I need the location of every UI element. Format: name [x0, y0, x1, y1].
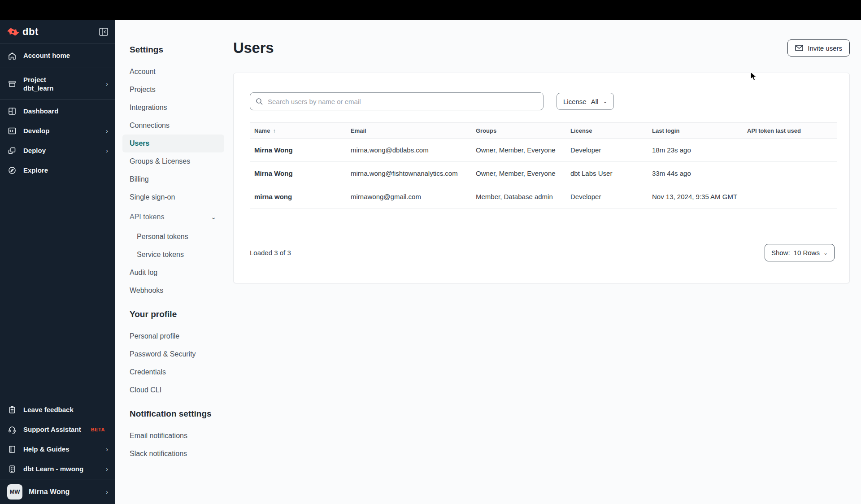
column-header-api-token[interactable]: API token last used: [747, 127, 837, 134]
chevron-right-icon: ›: [106, 80, 108, 87]
page-title: Users: [233, 39, 274, 56]
chevron-right-icon: ›: [106, 446, 108, 453]
settings-nav-item-credentials[interactable]: Credentials: [115, 363, 233, 381]
settings-nav-item-email-notifications[interactable]: Email notifications: [115, 427, 233, 445]
user-license-cell: dbt Labs User: [570, 169, 652, 177]
chevron-right-icon: ›: [106, 465, 108, 473]
chevron-down-icon: ⌄: [603, 98, 607, 104]
sidebar-item-label: Support Assistant: [23, 425, 81, 434]
invite-users-button[interactable]: Invite users: [787, 39, 850, 56]
app-sidebar: dbt Account home Project dbt_learn ›: [0, 20, 115, 504]
rows-per-page-dropdown[interactable]: Show: 10 Rows ⌄: [765, 244, 835, 261]
headset-icon: [7, 425, 17, 434]
settings-nav-item-label: API tokens: [130, 213, 164, 221]
user-groups-cell: Owner, Member, Everyone: [476, 169, 570, 177]
user-email-cell: mirna.wong@fishtownanalytics.com: [351, 169, 476, 177]
table-row[interactable]: Mirna Wong mirna.wong@fishtownanalytics.…: [250, 162, 837, 185]
sidebar-item-label: Develop: [23, 126, 49, 135]
sidebar-item-explore[interactable]: Explore: [0, 161, 115, 180]
column-header-license[interactable]: License: [570, 127, 652, 134]
user-name-cell: mirna wong: [250, 193, 351, 200]
sidebar-item-develop[interactable]: Develop ›: [0, 121, 115, 141]
settings-nav: Settings Account Projects Integrations C…: [115, 20, 233, 504]
users-card: License All ⌄ Name↑ Email Groups License…: [233, 73, 850, 283]
notification-section-title: Notification settings: [115, 409, 233, 419]
settings-nav-item-slack-notifications[interactable]: Slack notifications: [115, 445, 233, 463]
beta-badge: BETA: [91, 427, 105, 432]
search-input[interactable]: [268, 98, 538, 105]
book-icon: [7, 444, 17, 454]
sidebar-item-label: Dashboard: [23, 107, 58, 116]
sidebar-item-project[interactable]: Project dbt_learn ›: [0, 68, 115, 100]
license-filter-dropdown[interactable]: License All ⌄: [557, 93, 614, 110]
settings-nav-item-account[interactable]: Account: [115, 63, 233, 81]
main-content: Users Invite users License All ⌄: [233, 20, 861, 504]
settings-nav-item-audit-log[interactable]: Audit log: [115, 264, 233, 282]
chevron-right-icon: ›: [106, 127, 108, 135]
settings-nav-item-service-tokens[interactable]: Service tokens: [115, 246, 233, 264]
sidebar-item-label: dbt Learn - mwong: [23, 465, 83, 474]
settings-nav-item-projects[interactable]: Projects: [115, 81, 233, 99]
sidebar-user-menu[interactable]: MW Mirna Wong ›: [0, 479, 115, 504]
settings-nav-item-personal-profile[interactable]: Personal profile: [115, 327, 233, 345]
table-row[interactable]: Mirna Wong mirna.wong@dbtlabs.com Owner,…: [250, 139, 837, 162]
table-header-row: Name↑ Email Groups License Last login AP…: [250, 122, 837, 139]
sidebar-collapse-icon[interactable]: [99, 28, 108, 36]
sidebar-item-dashboard[interactable]: Dashboard: [0, 101, 115, 121]
settings-nav-item-single-sign-on[interactable]: Single sign-on: [115, 188, 233, 206]
sidebar-item-deploy[interactable]: Deploy ›: [0, 141, 115, 161]
loaded-count-text: Loaded 3 of 3: [250, 249, 291, 256]
user-name-cell: Mirna Wong: [250, 169, 351, 177]
sidebar-item-account-home[interactable]: Account home: [0, 44, 115, 68]
sidebar-item-leave-feedback[interactable]: Leave feedback: [0, 400, 115, 420]
table-row[interactable]: mirna wong mirnawong@gmail.com Member, D…: [250, 185, 837, 209]
show-label: Show:: [771, 249, 790, 256]
avatar: MW: [7, 484, 22, 500]
column-header-name[interactable]: Name↑: [250, 127, 351, 134]
invite-users-label: Invite users: [808, 44, 842, 52]
column-header-last-login[interactable]: Last login: [652, 127, 747, 134]
column-header-groups[interactable]: Groups: [476, 127, 570, 134]
chevron-right-icon: ›: [106, 147, 108, 154]
home-icon: [7, 51, 17, 61]
user-last-login-cell: Nov 13, 2024, 9:35 AM GMT: [652, 193, 747, 200]
settings-nav-title: Settings: [115, 45, 233, 55]
chevron-down-icon: ⌄: [211, 213, 216, 221]
settings-nav-item-billing[interactable]: Billing: [115, 170, 233, 188]
user-last-login-cell: 33m 44s ago: [652, 169, 747, 177]
project-box-icon: [7, 79, 17, 89]
sidebar-item-label: Explore: [23, 166, 48, 175]
settings-nav-item-groups-licenses[interactable]: Groups & Licenses: [115, 152, 233, 170]
settings-nav-item-personal-tokens[interactable]: Personal tokens: [115, 228, 233, 246]
settings-nav-item-api-tokens[interactable]: API tokens ⌄: [115, 208, 224, 226]
license-filter-value: All: [591, 98, 599, 105]
settings-nav-item-password-security[interactable]: Password & Security: [115, 345, 233, 363]
sidebar-item-label: Leave feedback: [23, 405, 74, 414]
user-search-box: [250, 92, 544, 110]
chevron-right-icon: ›: [106, 488, 108, 495]
column-header-email[interactable]: Email: [351, 127, 476, 134]
top-black-bar: [0, 0, 861, 20]
settings-nav-item-webhooks[interactable]: Webhooks: [115, 282, 233, 300]
user-license-cell: Developer: [570, 193, 652, 200]
dbt-logo-icon: [7, 26, 19, 38]
user-name-cell: Mirna Wong: [250, 146, 351, 154]
user-last-login-cell: 18m 23s ago: [652, 146, 747, 154]
building-icon: [7, 464, 17, 474]
settings-nav-item-integrations[interactable]: Integrations: [115, 99, 233, 117]
explore-icon: [7, 165, 17, 175]
sidebar-user-name: Mirna Wong: [29, 487, 70, 497]
sidebar-item-help-guides[interactable]: Help & Guides ›: [0, 439, 115, 459]
show-value: 10 Rows: [794, 249, 820, 256]
feedback-clipboard-icon: [7, 405, 17, 415]
settings-nav-item-users[interactable]: Users: [122, 135, 224, 152]
sidebar-item-support-assistant[interactable]: Support Assistant BETA: [0, 420, 115, 439]
settings-nav-item-connections[interactable]: Connections: [115, 117, 233, 135]
sidebar-item-label: Deploy: [23, 146, 46, 155]
dbt-logo: dbt: [7, 26, 39, 38]
sidebar-item-org[interactable]: dbt Learn - mwong ›: [0, 459, 115, 479]
user-groups-cell: Member, Database admin: [476, 193, 570, 200]
settings-nav-item-cloud-cli[interactable]: Cloud CLI: [115, 381, 233, 399]
sidebar-item-label: Help & Guides: [23, 445, 70, 454]
sidebar-project-name: dbt_learn: [23, 84, 54, 92]
